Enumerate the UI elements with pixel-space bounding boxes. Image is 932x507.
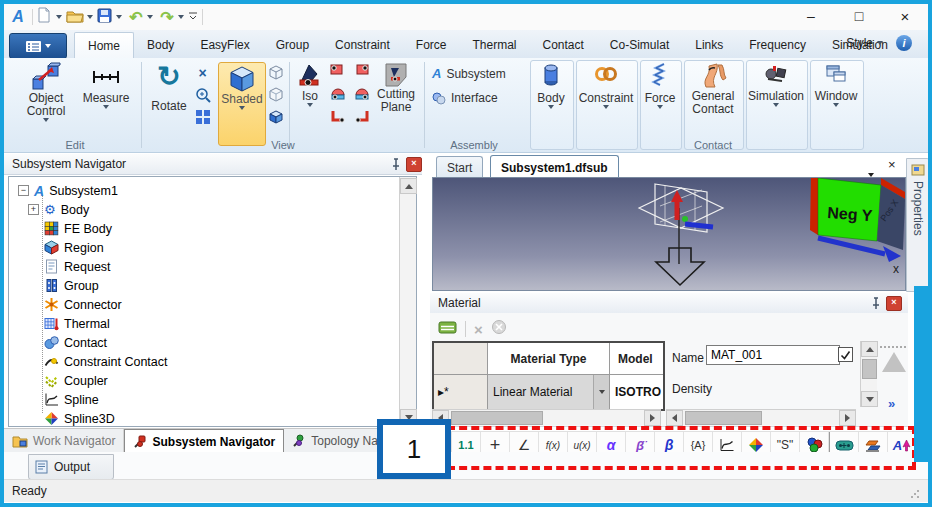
tree-item-spline3d[interactable]: Spline3D [44,409,115,428]
expand-expander-icon[interactable]: + [28,204,39,215]
scroll-thumb[interactable] [862,359,877,379]
fields-vscrollbar[interactable] [860,341,877,407]
tab-home[interactable]: Home [74,32,134,58]
pin-button[interactable] [390,158,402,174]
add-material-button[interactable] [438,320,457,339]
tree-item-spline[interactable]: Spline [44,390,99,409]
tab-work-navigator[interactable]: Work Navigator [4,429,124,452]
tree-item-constraint-contact[interactable]: Constraint Contact [44,352,168,371]
shaded-button[interactable]: Shaded [218,62,266,146]
material-name-input[interactable] [706,345,840,365]
column-header-material-type[interactable]: Material Type [488,343,610,375]
scroll-thumb[interactable] [451,411,543,425]
general-contact-button[interactable]: General Contact [685,62,741,116]
view-right-button[interactable] [354,110,372,128]
tab-contact[interactable]: Contact [530,32,597,58]
cutting-plane-button[interactable]: Cutting Plane [372,62,420,114]
document-close-button[interactable]: × [888,157,896,172]
splitter-handle[interactable] [880,346,906,348]
scroll-thumb[interactable] [685,411,762,425]
chevron-down-icon[interactable] [56,15,62,19]
view-front-button[interactable] [330,64,348,82]
table-hscrollbar[interactable] [432,409,661,425]
object-control-button[interactable]: Object Control [16,62,76,122]
tab-output[interactable]: Output [28,454,114,480]
wireframe-cube-button[interactable] [267,64,284,81]
tab-frequency[interactable]: Frequency [736,32,819,58]
scroll-down-button[interactable] [861,391,878,407]
tab-body[interactable]: Body [134,32,187,58]
scroll-left-button[interactable] [666,410,683,426]
tree-item-region[interactable]: Region [44,238,104,257]
resize-grip-icon[interactable] [910,489,920,499]
tab-subsystem-navigator[interactable]: Subsystem Navigator [124,429,284,453]
tree-item-subsystem1[interactable]: − A Subsystem1 [18,181,118,200]
force-button[interactable]: Force [641,62,679,109]
viewport-3d[interactable]: Neg Y Pos X x [432,177,906,291]
zoom-button[interactable] [194,86,211,103]
unassign-material-button[interactable] [491,319,508,339]
scroll-right-button[interactable] [644,410,661,426]
scroll-up-button[interactable] [861,341,878,357]
tree-item-fe-body[interactable]: FE Body [44,219,112,238]
pin-button[interactable] [870,297,882,313]
interface-button[interactable]: Interface [432,91,498,105]
shaded-small-cube-button[interactable] [267,108,284,125]
fields-hscrollbar[interactable] [666,409,856,425]
customize-quick-access-button[interactable] [188,8,198,26]
tree-scrollbar[interactable] [399,177,416,426]
tab-group[interactable]: Group [263,32,322,58]
rotate-button[interactable]: ↻ Rotate [146,62,192,113]
tree-item-connector[interactable]: Connector [44,295,122,314]
minimize-button[interactable]: – [794,4,828,29]
properties-side-tab[interactable]: Properties [906,158,930,292]
more-button[interactable]: » [888,396,895,411]
info-icon[interactable]: i [896,35,912,51]
tab-constraint[interactable]: Constraint [322,32,403,58]
column-header-model[interactable]: Model [610,343,663,375]
tab-links[interactable]: Links [682,32,736,58]
save-button[interactable] [97,8,115,27]
simulation-button[interactable]: Simulation [747,62,805,107]
view-bottom-button[interactable] [354,87,372,105]
tree-item-contact[interactable]: Contact [44,333,107,352]
subsystem-button[interactable]: A Subsystem [432,66,506,81]
tab-easyflex[interactable]: EasyFlex [187,32,262,58]
tab-force[interactable]: Force [403,32,460,58]
delete-material-button[interactable]: × [474,321,483,338]
tree-item-group[interactable]: Group [44,276,99,295]
open-button[interactable] [66,8,86,27]
window-button[interactable]: Window [811,62,861,107]
view-left-button[interactable] [330,110,348,128]
chevron-down-icon[interactable] [147,15,153,19]
panel-close-button[interactable]: × [886,296,902,311]
view-back-button[interactable] [354,64,372,82]
fit-view-button[interactable] [194,108,211,125]
model-cell[interactable]: ISOTRO [610,375,663,409]
tree-item-coupler[interactable]: Coupler [44,371,108,390]
combo-dropdown-button[interactable] [593,375,609,409]
scroll-up-button[interactable] [400,178,417,194]
expand-triangle-icon[interactable] [882,352,906,372]
body-button[interactable]: Body [531,62,571,109]
chevron-down-icon[interactable] [178,15,184,19]
tree-item-request[interactable]: Request [44,257,111,276]
material-checkbox[interactable] [838,347,853,362]
tab-co-simulation[interactable]: Co-Simulat [597,32,682,58]
maximize-button[interactable]: □ [842,4,876,29]
constraint-button[interactable]: Constraint [577,62,635,109]
tree-item-body[interactable]: + ⚙ Body [28,200,89,219]
tab-thermal[interactable]: Thermal [459,32,529,58]
redo-button[interactable]: ↷ [157,8,177,27]
material-type-combobox[interactable]: Linear Material [488,375,610,409]
application-menu-button[interactable] [9,33,67,59]
collapse-expander-icon[interactable]: − [18,185,29,196]
iso-view-button[interactable]: Iso [293,62,327,107]
new-document-button[interactable] [37,7,55,27]
panel-close-button[interactable]: × [406,157,422,172]
view-top-button[interactable] [330,87,348,105]
scroll-right-button[interactable] [839,410,856,426]
document-tab-subsystem1[interactable]: Subsystem1.dfsub [490,155,619,179]
remove-view-button[interactable]: × [194,64,211,81]
hidden-line-cube-button[interactable] [267,86,284,103]
